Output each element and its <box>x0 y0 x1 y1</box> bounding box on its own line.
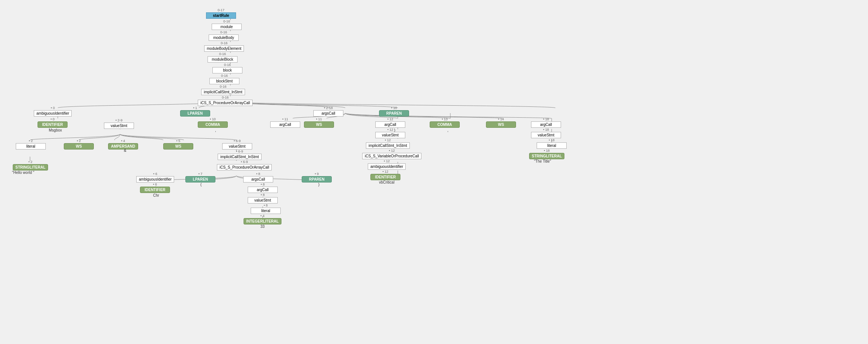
badge-lparen-7: • 7 <box>185 172 215 176</box>
badge-literal-18: • 18 <box>537 138 567 142</box>
box-comma-10: COMMA <box>198 121 228 128</box>
box-argcall-18: argCall <box>531 121 561 128</box>
badge-comma-13: • 13 <box>430 117 460 121</box>
diagram-container: 0-17 startRule 0-16 module 0-16 moduleBo… <box>0 0 868 344</box>
box-valueStmt-6-9: valueStmt <box>222 143 252 150</box>
text-chr: Chr <box>153 193 159 197</box>
node-ws-5: • 5 WS <box>163 139 193 150</box>
node-valueStmt-12: • 12 valueStmt <box>375 128 405 138</box>
badge-argsCall-main: • 2-18 <box>313 106 343 110</box>
box-ambiguous-0: ambiguousIdentifier <box>34 110 72 117</box>
box-argsCall-8: argsCall <box>243 176 273 182</box>
node-argcall-8: • 8 argCall <box>248 182 278 193</box>
box-valueStmt-12: valueStmt <box>375 132 405 138</box>
badge-argcall-18: • 18 <box>531 117 561 121</box>
text-msgbox: Msgbox <box>49 128 62 132</box>
badge-valueStmt-12: • 12 <box>375 128 405 132</box>
node-ws-11: • 11 WS <box>304 117 334 128</box>
box-valueStmt-8: valueStmt <box>248 197 278 203</box>
svg-connections <box>0 0 868 344</box>
node-argsCall-8: • 8 argsCall <box>243 172 273 182</box>
box-ws-11: WS <box>304 121 334 128</box>
box-identifier-0: IDENTIFIER <box>38 121 68 128</box>
node-ampersand: • 4 AMPERSAND <box>108 139 138 150</box>
badge-rparen-9: • 9 <box>302 172 332 176</box>
box-blockStmt: blockStmt <box>209 78 239 84</box>
badge-valueStmt-6-9: • 6-9 <box>222 139 252 143</box>
badge-implicit-top: 0-16 <box>201 85 245 88</box>
badge-valueStmt-2-9: • 2-9 <box>104 118 134 122</box>
badge-valueStmt-18: • 18 <box>531 128 561 132</box>
text-ampersand: & <box>124 148 126 153</box>
badge-comma-10: • 10 <box>198 117 228 121</box>
box-implicit-6-9: implicitCallStmt_InStmt <box>218 154 262 160</box>
node-iCS-var-12: • 12 iCS_S_VariableOrProcedureCall <box>362 149 421 159</box>
node-argcall-12: • 12 argCall <box>375 117 405 128</box>
badge-rparen-main: • 10 <box>379 106 409 110</box>
badge-implicit-12: • 12 <box>366 138 410 142</box>
box-ampersand: AMPERSAND <box>108 143 138 150</box>
badge-literal-2: • 2 <box>16 139 46 143</box>
box-ambiguous-12: ambiguousIdentifier <box>368 163 406 170</box>
node-ambiguous-12: • 12 ambiguousIdentifier <box>368 159 406 170</box>
node-rparen-text-2: ) <box>318 182 319 187</box>
box-rparen-main: RPAREN <box>379 110 409 117</box>
node-module: 0-16 module <box>212 19 242 30</box>
badge-literal-8: • 8 <box>251 203 281 207</box>
node-comma-text-2: , <box>447 128 448 132</box>
node-comma-10: • 10 COMMA <box>198 117 228 128</box>
node-implicit-12: • 12 implicitCallStmt_InStmt <box>366 138 410 149</box>
badge-identifier-0: • 0 <box>38 117 68 121</box>
node-argcall-18: • 18 argCall <box>531 117 561 128</box>
badge-moduleBodyElement: 0-16 <box>204 41 244 45</box>
badge-argcall-8: • 8 <box>248 182 278 186</box>
box-ws-14: WS <box>486 121 516 128</box>
node-msgbox-text: Msgbox <box>49 128 62 132</box>
node-comma-text-1: , <box>215 128 216 132</box>
node-startRule: 0-17 startRule <box>206 8 236 19</box>
node-valueStmt-2-9: • 2-9 valueStmt <box>104 118 134 129</box>
node-vbcritical-text: vbCritical <box>379 180 394 184</box>
text-comma-1: , <box>215 128 216 132</box>
node-valueStmt-6-9: • 6-9 valueStmt <box>222 139 252 150</box>
text-vbcritical: vbCritical <box>379 180 394 184</box>
node-literal-2: • 2 literal <box>16 139 46 150</box>
badge-identifier-6: • 6 <box>140 182 170 186</box>
node-33-text: 33 <box>260 224 265 229</box>
badge-stringliteral-2: • 2 <box>13 160 48 164</box>
box-iCS-var-12: iCS_S_VariableOrProcedureCall <box>362 153 421 159</box>
badge-ws-5: • 5 <box>163 139 193 143</box>
node-ws-14: • 14 WS <box>486 117 516 128</box>
node-integerliteral: • 4 INTEGERLITERAL <box>244 214 281 224</box>
node-identifier-6: • 6 IDENTIFIER <box>140 182 170 193</box>
node-argcall-10: • 11 argCall <box>270 117 300 128</box>
box-identifier-6: IDENTIFIER <box>140 187 170 193</box>
box-implicit-12: implicitCallStmt_InStmt <box>366 142 410 149</box>
badge-implicit-6-9: • 6-9 <box>218 150 262 153</box>
badge-iCS-main: 0-16 <box>198 96 253 99</box>
node-title-text: "The Title" <box>534 159 551 163</box>
node-stringliteral-18: • 18 STRINGLITERAL <box>529 149 564 159</box>
node-lparen-text-2: ( <box>200 182 202 187</box>
box-literal-18: literal <box>537 142 567 149</box>
node-ampersand-text: & <box>124 148 126 153</box>
box-stringliteral-2: STRINGLITERAL <box>13 164 48 171</box>
box-ws-5: WS <box>163 143 193 150</box>
box-rparen-9: RPAREN <box>302 176 332 182</box>
badge-ambiguous-0: • 0 <box>34 106 72 110</box>
node-moduleBlock: 0-16 moduleBlock <box>208 52 238 63</box>
node-rparen-9: • 9 RPAREN <box>302 172 332 182</box>
badge-moduleBody: 0-16 <box>209 30 239 34</box>
box-argcall-12: argCall <box>375 121 405 128</box>
badge-moduleBlock: 0-16 <box>208 52 238 56</box>
badge-valueStmt-8: • 8 <box>248 193 278 197</box>
box-lparen-7: LPAREN <box>185 176 215 182</box>
text-lparen-2: ( <box>200 182 202 187</box>
badge-module: 0-16 <box>212 19 242 23</box>
box-literal-8: literal <box>251 208 281 214</box>
node-lparen-7: • 7 LPAREN <box>185 172 215 182</box>
text-33: 33 <box>260 224 265 229</box>
box-moduleBody: moduleBody <box>209 34 239 41</box>
badge-blockStmt: 0-16 <box>209 74 239 78</box>
node-valueStmt-8: • 8 valueStmt <box>248 193 278 203</box>
